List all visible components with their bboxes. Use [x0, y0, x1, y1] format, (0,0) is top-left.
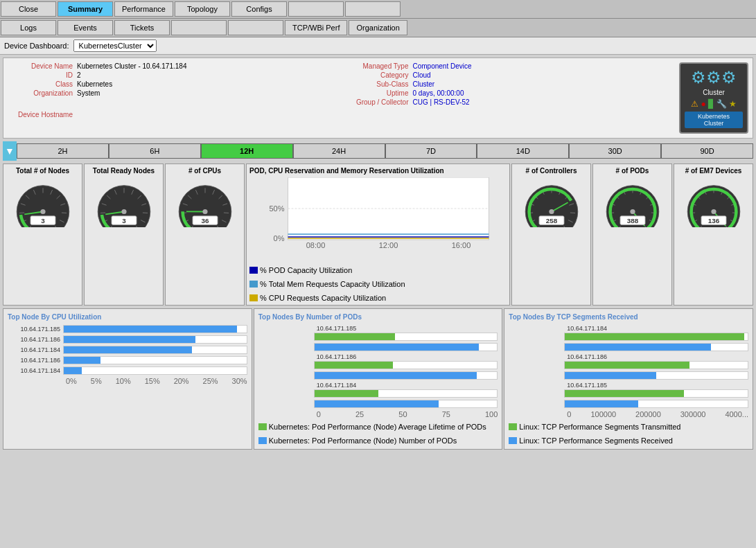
bar-fill	[315, 333, 395, 340]
bar-fill	[64, 357, 100, 364]
bar-track	[63, 335, 247, 344]
tab-summary[interactable]: Summary	[58, 1, 113, 17]
bar-group-label: 10.64.171.184	[258, 382, 498, 389]
tab-empty2	[345, 1, 401, 17]
tcp-bars: 10.64.171.184 10.64.171.186 10.64.171.18…	[509, 325, 748, 408]
tab-events[interactable]: Events	[58, 20, 113, 35]
gauge-num-of-em7-devices: # of EM7 Devices 136	[674, 163, 753, 306]
tab-close[interactable]: Close	[1, 1, 56, 17]
gauge-svg: 36	[174, 177, 236, 229]
cluster-icons: ⚙⚙⚙	[691, 68, 737, 87]
kubernetes-cluster-badge: Kubernetes Cluster	[685, 112, 743, 128]
device-icon-panel: ⚙⚙⚙ Cluster ⚠ ● ▊ 🔧 ★ Kubernetes Cluster	[679, 62, 748, 134]
device-dashboard-bar: Device Dashboard: KubernetesCluster	[0, 37, 756, 55]
line-chart-svg: 50% 0% 08:00 12:00 16:00	[249, 177, 507, 260]
tab-organization[interactable]: Organization	[349, 20, 407, 35]
device-info-right: Managed TypeComponent Device CategoryClo…	[344, 62, 673, 134]
bar-track	[63, 325, 247, 333]
bar-label: 10.64.171.186	[8, 357, 63, 364]
legend-cpu-label: % CPU Requests Capacity Utilization	[260, 294, 386, 302]
gauge-svg: 388	[601, 177, 664, 229]
bar-row	[258, 333, 498, 341]
label-category: Category	[344, 71, 413, 79]
svg-point-51	[202, 209, 207, 214]
bar-fill	[315, 400, 439, 407]
tcp-chart-title: Top Nodes By TCP Segments Received	[509, 313, 748, 321]
cpu-chart-title: Top Node By CPU Utilization	[8, 313, 247, 321]
bar-fill	[565, 333, 744, 340]
right-gauges: # of Controllers 258 # of PODs 388 # of …	[511, 163, 753, 306]
svg-text:3: 3	[41, 217, 45, 224]
bar-row	[258, 361, 498, 369]
time-btn-2h[interactable]: 2H	[17, 143, 109, 159]
bar-fill	[64, 326, 237, 333]
tab-logs[interactable]: Logs	[1, 20, 56, 35]
cpu-bars: 10.64.171.185 10.64.171.186 10.64.171.18…	[8, 325, 247, 375]
gauge-svg: 3	[12, 177, 74, 229]
bar-row: 10.64.171.184	[8, 346, 247, 354]
bar-fill	[315, 390, 378, 397]
star-icon: ★	[729, 99, 737, 109]
top-nav: Close Summary Performance Topology Confi…	[0, 0, 756, 19]
left-gauges: Total # of Nodes 3 Total Ready Nodes 3 #…	[3, 163, 245, 306]
device-info-panel: Device NameKubernetes Cluster - 10.64.17…	[3, 58, 753, 139]
legend-pods-green: Kubernetes: Pod Performance (Node) Avera…	[258, 423, 486, 431]
bar-fill	[565, 362, 689, 369]
tab-tickets[interactable]: Tickets	[114, 20, 170, 35]
line-chart-legend: % POD Capacity Utilization % Total Mem R…	[249, 266, 507, 302]
bar-charts-row: Top Node By CPU Utilization 10.64.171.18…	[3, 308, 753, 450]
bar-fill	[565, 344, 711, 351]
bar-chart-icon: ▊	[708, 99, 714, 109]
bar-fill	[565, 400, 638, 407]
device-dashboard-select[interactable]: KubernetesCluster	[73, 39, 157, 52]
tab-topology[interactable]: Topology	[175, 1, 230, 17]
label-device-name: Device Name	[8, 62, 77, 70]
svg-text:16:00: 16:00	[452, 241, 471, 249]
bar-row	[509, 389, 748, 398]
time-btn-90d[interactable]: 90D	[661, 143, 753, 159]
bar-row	[509, 361, 748, 369]
legend-tcp-green-color	[509, 423, 517, 430]
bar-label: 10.64.171.184	[8, 346, 63, 353]
legend-pod-label: % POD Capacity Utilization	[260, 266, 352, 274]
legend-pods-green-color	[258, 423, 267, 430]
bar-fill	[315, 344, 479, 351]
time-btn-12h[interactable]: 12H	[201, 143, 293, 159]
line-chart-title: POD, CPU Reservation and Memory Reservat…	[249, 167, 507, 175]
svg-point-15	[40, 209, 45, 214]
bar-fill	[64, 346, 192, 353]
gauge-svg: 258	[520, 177, 583, 229]
svg-point-33	[121, 209, 126, 214]
bar-track	[564, 343, 748, 351]
tab-tcp-wbi[interactable]: TCP/WBi Perf	[285, 20, 347, 35]
tab-performance[interactable]: Performance	[114, 1, 173, 17]
time-btn-30d[interactable]: 30D	[569, 143, 661, 159]
alert-icon: ●	[701, 99, 705, 109]
label-class: Class	[8, 80, 77, 88]
label-hostname: Device Hostname	[8, 111, 77, 118]
bar-track	[314, 361, 498, 369]
pods-chart-title: Top Nodes By Number of PODs	[258, 313, 498, 321]
tab-configs[interactable]: Configs	[231, 1, 287, 17]
legend-tcp-blue-color	[509, 437, 517, 444]
bar-track	[314, 333, 498, 341]
legend-tcp-blue-label: Linux: TCP Performance Segments Received	[519, 436, 673, 445]
time-btn-14d[interactable]: 14D	[477, 143, 569, 159]
time-btn-7d[interactable]: 7D	[385, 143, 477, 159]
time-selector-row: ▼ 2H6H12H24H7D14D30D90D	[3, 141, 753, 161]
time-selector-toggle-icon[interactable]: ▼	[3, 141, 17, 161]
time-btn-6h[interactable]: 6H	[109, 143, 201, 159]
gauge-title: Total # of Nodes	[16, 167, 69, 175]
legend-mem-color	[249, 281, 258, 288]
legend-pod: % POD Capacity Utilization	[249, 266, 352, 274]
gauge-title: # of Controllers	[526, 167, 577, 175]
label-group-collector: Group / Collector	[344, 98, 413, 106]
tool-icon: 🔧	[717, 99, 727, 109]
time-btn-24h[interactable]: 24H	[293, 143, 385, 159]
tcp-chart-widget: Top Nodes By TCP Segments Received 10.64…	[504, 308, 753, 450]
bar-row	[258, 343, 498, 351]
bar-track	[63, 356, 247, 364]
bar-row	[509, 343, 748, 351]
value-category: Cloud	[413, 71, 431, 79]
bar-track	[314, 400, 498, 408]
